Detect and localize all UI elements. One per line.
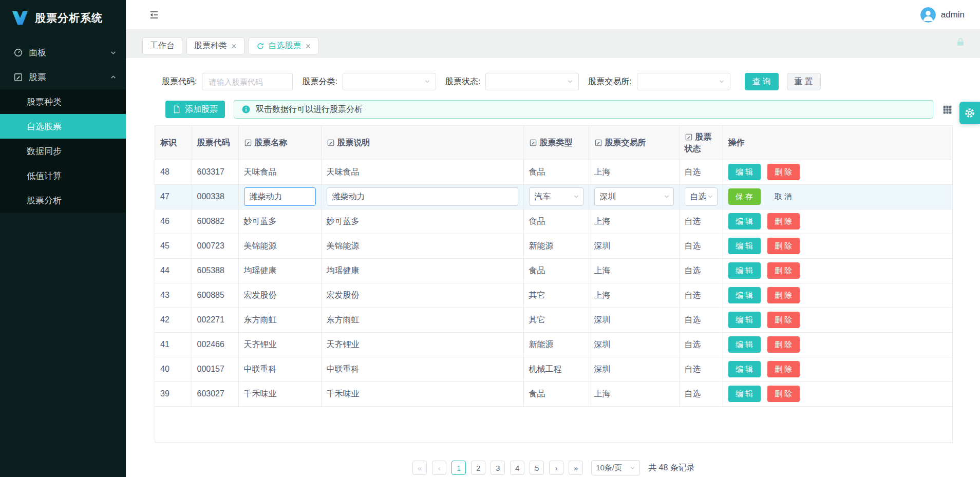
tab-stock-category[interactable]: 股票种类 × bbox=[186, 37, 244, 54]
close-icon[interactable]: × bbox=[231, 42, 237, 51]
settings-gear-button[interactable] bbox=[959, 102, 980, 124]
table-row[interactable]: 41002466天齐锂业天齐锂业新能源深圳自选编 辑删 除 bbox=[155, 332, 953, 357]
sidebar-item-stocks[interactable]: 股票 bbox=[0, 65, 126, 89]
table-row[interactable]: 44605388均瑶健康均瑶健康食品上海自选编 辑删 除 bbox=[155, 258, 953, 283]
table-row[interactable]: 45000723美锦能源美锦能源新能源深圳自选编 辑删 除 bbox=[155, 234, 953, 258]
page-button-4[interactable]: 4 bbox=[510, 461, 524, 475]
close-icon[interactable]: × bbox=[306, 42, 311, 51]
reset-button[interactable]: 重 置 bbox=[787, 73, 821, 90]
filter-label-exchange: 股票交易所: bbox=[588, 77, 631, 87]
edit-button[interactable]: 编 辑 bbox=[728, 213, 761, 230]
first-page-button[interactable]: « bbox=[412, 461, 427, 475]
delete-button[interactable]: 删 除 bbox=[767, 262, 800, 279]
cell-code: 000338 bbox=[192, 184, 238, 209]
menu-fold-button[interactable] bbox=[148, 9, 160, 21]
cell-name: 千禾味业 bbox=[238, 381, 321, 406]
table-row[interactable]: 42002271东方雨虹东方雨虹其它深圳自选编 辑删 除 bbox=[155, 308, 953, 332]
table-row[interactable]: 47000338汽车深圳自选保 存取 消 bbox=[155, 184, 953, 209]
table-row[interactable]: 48603317天味食品天味食品食品上海自选编 辑删 除 bbox=[155, 160, 953, 184]
edit-button[interactable]: 编 辑 bbox=[728, 262, 761, 279]
sidebar-item-selected-stocks[interactable]: 自选股票 bbox=[0, 114, 126, 139]
cell-actions: 编 辑删 除 bbox=[723, 308, 953, 332]
username[interactable]: admin bbox=[941, 10, 965, 20]
edit-button[interactable]: 编 辑 bbox=[728, 164, 761, 180]
type-select-value: 汽车 bbox=[535, 192, 573, 202]
sidebar-item-low-value-calc[interactable]: 低值计算 bbox=[0, 163, 126, 188]
pagination: « ‹ 12345 › » 10条/页 共 48 条记录 bbox=[155, 460, 953, 475]
column-settings-button[interactable] bbox=[942, 104, 953, 115]
table-row[interactable]: 46600882妙可蓝多妙可蓝多食品上海自选编 辑删 除 bbox=[155, 209, 953, 234]
add-stock-button[interactable]: 添加股票 bbox=[165, 101, 225, 118]
lock-icon[interactable] bbox=[955, 37, 966, 47]
chevron-down-icon bbox=[573, 194, 579, 200]
editable-column-icon bbox=[327, 139, 335, 147]
cancel-button[interactable]: 取 消 bbox=[767, 188, 800, 205]
table-toolbar: 添加股票 双击数据行可以进行股票分析 bbox=[165, 100, 953, 119]
search-button[interactable]: 查 询 bbox=[745, 73, 779, 90]
page-button-2[interactable]: 2 bbox=[471, 461, 485, 475]
delete-button[interactable]: 删 除 bbox=[767, 238, 800, 254]
last-page-button[interactable]: » bbox=[569, 461, 583, 475]
avatar[interactable] bbox=[920, 7, 936, 23]
table-row[interactable]: 43600885宏发股份宏发股份其它上海自选编 辑删 除 bbox=[155, 283, 953, 308]
sidebar-item-panel[interactable]: 面板 bbox=[0, 40, 126, 65]
sidebar-item-stock-analysis[interactable]: 股票分析 bbox=[0, 188, 126, 213]
status-select[interactable] bbox=[485, 73, 579, 90]
delete-button[interactable]: 删 除 bbox=[767, 287, 800, 303]
info-icon bbox=[241, 105, 251, 114]
tab-workbench[interactable]: 工作台 bbox=[142, 37, 182, 54]
refresh-icon[interactable] bbox=[256, 42, 265, 50]
app-logo[interactable]: 股票分析系统 bbox=[0, 0, 126, 36]
save-button[interactable]: 保 存 bbox=[728, 188, 761, 205]
cell-name: 天齐锂业 bbox=[238, 332, 321, 357]
delete-button[interactable]: 删 除 bbox=[767, 336, 800, 353]
cell-desc: 宏发股份 bbox=[321, 283, 523, 308]
delete-button[interactable]: 删 除 bbox=[767, 312, 800, 328]
edit-button[interactable]: 编 辑 bbox=[728, 238, 761, 254]
exchange-select[interactable] bbox=[637, 73, 730, 90]
app-logo-icon bbox=[11, 10, 29, 26]
table-row[interactable]: 39603027千禾味业千禾味业食品上海自选编 辑删 除 bbox=[155, 381, 953, 406]
page-size-value: 10条/页 bbox=[596, 463, 630, 473]
edit-button[interactable]: 编 辑 bbox=[728, 361, 761, 377]
delete-button[interactable]: 删 除 bbox=[767, 213, 800, 230]
cell-status: 自选 bbox=[679, 258, 723, 283]
table-body: 48603317天味食品天味食品食品上海自选编 辑删 除47000338汽车深圳… bbox=[155, 160, 953, 406]
desc-input[interactable] bbox=[327, 187, 518, 206]
page-size-select[interactable]: 10条/页 bbox=[591, 460, 640, 475]
cell-desc: 千禾味业 bbox=[321, 381, 523, 406]
delete-button[interactable]: 删 除 bbox=[767, 164, 800, 180]
edit-button[interactable]: 编 辑 bbox=[728, 336, 761, 353]
cell-status: 自选 bbox=[679, 357, 723, 381]
column-header: 标识 bbox=[155, 126, 192, 160]
type-select[interactable]: 汽车 bbox=[529, 187, 583, 206]
delete-button[interactable]: 删 除 bbox=[767, 386, 800, 402]
cell-actions: 编 辑删 除 bbox=[723, 209, 953, 234]
tab-selected-stocks[interactable]: 自选股票 × bbox=[249, 37, 319, 54]
sidebar-item-stock-category[interactable]: 股票种类 bbox=[0, 89, 126, 114]
edit-button[interactable]: 编 辑 bbox=[728, 386, 761, 402]
sidebar-item-data-sync[interactable]: 数据同步 bbox=[0, 139, 126, 163]
column-label: 标识 bbox=[160, 138, 177, 147]
page-button-5[interactable]: 5 bbox=[530, 461, 544, 475]
cell-status: 自选 bbox=[679, 381, 723, 406]
name-input[interactable] bbox=[244, 187, 316, 206]
sidebar-item-label: 股票 bbox=[29, 71, 104, 83]
cell-status: 自选 bbox=[679, 332, 723, 357]
exchange-select[interactable]: 深圳 bbox=[594, 187, 674, 206]
edit-button[interactable]: 编 辑 bbox=[728, 287, 761, 303]
cell-code: 603317 bbox=[192, 160, 238, 184]
table-row[interactable]: 40000157中联重科中联重科机械工程深圳自选编 辑删 除 bbox=[155, 357, 953, 381]
cell-name: 天味食品 bbox=[238, 160, 321, 184]
page-button-1[interactable]: 1 bbox=[451, 461, 466, 475]
delete-button[interactable]: 删 除 bbox=[767, 361, 800, 377]
column-header: 股票交易所 bbox=[589, 126, 679, 160]
page-button-3[interactable]: 3 bbox=[491, 461, 505, 475]
prev-page-button[interactable]: ‹ bbox=[432, 461, 446, 475]
category-select[interactable] bbox=[343, 73, 436, 90]
next-page-button[interactable]: › bbox=[549, 461, 563, 475]
edit-button[interactable]: 编 辑 bbox=[728, 312, 761, 328]
add-stock-label: 添加股票 bbox=[185, 104, 218, 115]
stock-code-input[interactable] bbox=[202, 73, 293, 90]
status-select[interactable]: 自选 bbox=[685, 187, 718, 206]
